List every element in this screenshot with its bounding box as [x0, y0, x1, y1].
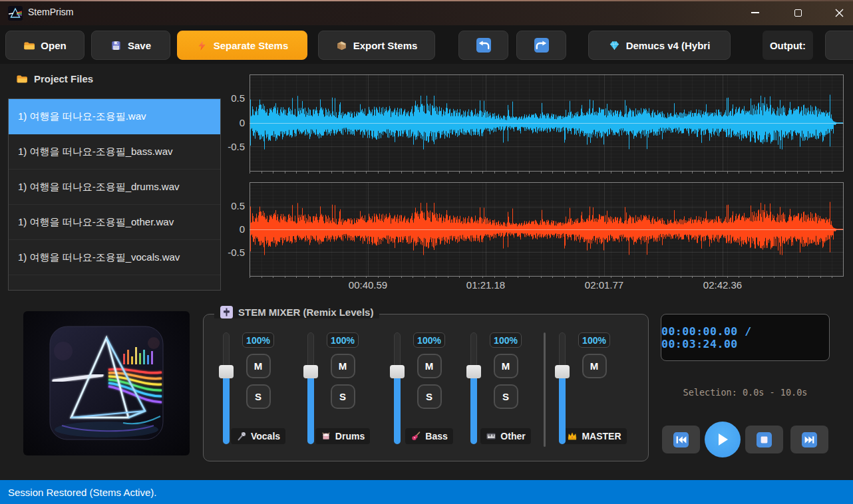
open-button-label: Open: [41, 40, 66, 51]
status-bar: Session Restored (Stems Active).: [0, 480, 853, 504]
selection-label: Selection: 0.0s - 10.0s: [661, 387, 830, 398]
vocals-solo-button[interactable]: S: [246, 384, 271, 409]
vocals-label: Vocals: [231, 428, 285, 444]
wave2-ytick-neg: -0.5: [217, 247, 245, 257]
folder-open-icon: [16, 73, 27, 84]
bass-solo-button[interactable]: S: [417, 384, 442, 409]
vocals-mute-button[interactable]: M: [246, 354, 271, 378]
bass-level-badge: 100%: [413, 332, 445, 348]
microphone-icon: [236, 431, 247, 441]
wave1-ytick-zero: 0: [217, 118, 245, 128]
bass-label: Bass: [405, 428, 452, 444]
other-label-text: Other: [500, 431, 525, 441]
output-browse-button[interactable]: [825, 31, 853, 60]
play-icon: [716, 432, 729, 447]
package-icon: [336, 40, 347, 51]
open-button[interactable]: Open: [5, 31, 85, 60]
selection-label-text: Selection: 0.0s - 10.0s: [683, 387, 808, 398]
mixer-channel-vocals: 100% M S Vocals: [222, 332, 274, 444]
save-button[interactable]: Save: [91, 31, 170, 60]
xtick-1: 00:40.59: [337, 279, 399, 291]
other-mute-button[interactable]: M: [494, 354, 518, 378]
bass-volume-slider[interactable]: [393, 332, 402, 444]
slider-fill: [223, 372, 230, 444]
time-display-text: 00:00:00.00 / 00:03:24.00: [661, 325, 829, 350]
master-mute-button[interactable]: M: [582, 354, 607, 378]
slider-thumb[interactable]: [466, 365, 481, 378]
undo-icon: [476, 38, 491, 53]
master-divider: [544, 332, 546, 447]
vocals-volume-slider[interactable]: [222, 332, 231, 444]
model-select-label: Demucs v4 (Hybri: [626, 40, 711, 51]
save-button-label: Save: [128, 40, 151, 51]
export-stems-label: Export Stems: [353, 40, 418, 51]
vocals-label-text: Vocals: [251, 431, 280, 441]
titlebar[interactable]: StemPrism: [0, 0, 853, 25]
model-select[interactable]: Demucs v4 (Hybri: [588, 31, 731, 60]
drums-volume-slider[interactable]: [306, 332, 315, 444]
bass-label-text: Bass: [425, 431, 447, 441]
master-volume-slider[interactable]: [558, 332, 567, 444]
guitar-icon: [411, 431, 421, 441]
slider-fill: [470, 372, 477, 444]
file-item-mix[interactable]: 1) 여행을 떠나요-조용필.wav: [9, 99, 220, 134]
slider-thumb[interactable]: [555, 365, 570, 378]
mixer-channel-bass: 100% M S Bass: [393, 332, 445, 444]
wave1-ytick-pos: 0.5: [217, 93, 245, 103]
export-stems-button[interactable]: Export Stems: [318, 31, 435, 60]
xtick-4: 02:42.36: [692, 279, 753, 291]
stop-button[interactable]: [745, 426, 783, 453]
slider-fill: [394, 372, 401, 444]
save-icon: [110, 40, 122, 51]
slider-thumb[interactable]: [219, 365, 234, 378]
xtick-2: 01:21.18: [455, 279, 516, 291]
app-window: StemPrism Open Save: [0, 0, 853, 504]
close-button[interactable]: [824, 0, 853, 25]
other-solo-button[interactable]: S: [494, 384, 518, 409]
slider-thumb[interactable]: [390, 365, 405, 378]
slider-fill: [307, 372, 314, 444]
maximize-button[interactable]: [782, 0, 813, 25]
redo-button[interactable]: [516, 31, 566, 60]
stem-mixer-title: STEM MIXER (Remix Levels): [214, 306, 379, 318]
zap-icon: [196, 40, 208, 51]
other-level-badge: 100%: [490, 332, 522, 348]
fast-forward-button[interactable]: [790, 426, 828, 453]
master-label: MASTER: [562, 428, 626, 444]
file-item-vocals[interactable]: 1) 여행을 떠나요-조용필_vocals.wav: [9, 240, 220, 275]
project-files-header: Project Files: [16, 73, 93, 84]
drums-solo-button[interactable]: S: [331, 384, 355, 409]
file-item-bass[interactable]: 1) 여행을 떠나요-조용필_bass.wav: [9, 134, 220, 170]
slider-thumb[interactable]: [303, 365, 318, 378]
master-label-text: MASTER: [582, 431, 621, 441]
rewind-button[interactable]: [662, 426, 700, 453]
rewind-icon: [673, 432, 689, 447]
other-label: Other: [480, 428, 530, 444]
project-files-header-label: Project Files: [34, 73, 93, 84]
undo-button[interactable]: [458, 31, 508, 60]
file-item-other[interactable]: 1) 여행을 떠나요-조용필_other.wav: [9, 205, 220, 240]
output-label-text: Output:: [770, 40, 806, 51]
separate-stems-button[interactable]: Separate Stems: [177, 31, 307, 60]
wave2-ytick-pos: 0.5: [217, 201, 245, 211]
waveform-canvas[interactable]: [250, 72, 844, 278]
drum-icon: [321, 431, 331, 441]
stop-icon: [757, 432, 772, 447]
project-files-list: 1) 여행을 떠나요-조용필.wav 1) 여행을 떠나요-조용필_bass.w…: [8, 98, 221, 291]
minimize-button[interactable]: [740, 0, 770, 25]
folder-icon: [23, 40, 35, 51]
drums-mute-button[interactable]: M: [331, 354, 355, 378]
album-art: [23, 311, 190, 455]
crown-icon: [567, 431, 578, 441]
bass-mute-button[interactable]: M: [417, 354, 442, 378]
stem-mixer-title-text: STEM MIXER (Remix Levels): [238, 307, 373, 318]
play-button[interactable]: [705, 422, 741, 457]
file-item-drums[interactable]: 1) 여행을 떠나요-조용필_drums.wav: [9, 170, 220, 205]
app-icon: [8, 6, 23, 21]
minimize-icon: [751, 12, 759, 13]
other-volume-slider[interactable]: [469, 332, 478, 444]
xtick-3: 02:01.77: [574, 279, 635, 291]
drums-label: Drums: [315, 428, 370, 444]
wave1-ytick-neg: -0.5: [217, 142, 245, 152]
maximize-icon: [794, 9, 802, 17]
